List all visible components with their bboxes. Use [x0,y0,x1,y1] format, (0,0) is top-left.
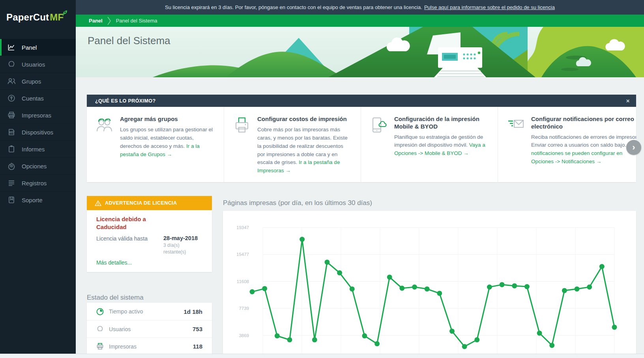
hero-banner: Panel del Sistema [76,27,644,77]
breadcrumb-panel[interactable]: Panel [89,18,103,24]
sidebar-item-label: Panel [22,44,37,51]
whats-next-carousel: Agregar más grupos Los grupos se utiliza… [87,107,636,182]
chart-heading: Páginas impresas (por día, en los último… [223,199,372,207]
logo-name: PaperCut [6,12,49,22]
email-notifications-icon [507,116,531,182]
remaining-label: restante(s) [163,249,186,255]
whats-next-title: ¿QUÉ ES LO PRÓXIMO? [95,98,155,104]
license-valid-row: Licencia válida hasta 28-may-2018 3 día(… [96,235,204,256]
sidebar-item-grupos[interactable]: Grupos [0,73,76,90]
license-details-link[interactable]: Más detalles... [96,259,132,266]
license-days-remaining: 3 día(s) restante(s) [163,242,204,256]
sidebar-item-soporte[interactable]: Soporte [0,191,76,208]
breadcrumb-current: Panel del Sistema [116,18,157,24]
options-icon [7,162,16,170]
papercut-logo: PaperCutMF [6,12,64,23]
users-count-icon [96,325,104,333]
card-body: Cobre más por las impresoras más caras, … [257,126,351,175]
status-row-users: Usuarios 753 [87,320,212,337]
svg-text:11608: 11608 [237,279,249,284]
sidebar-item-label: Impresoras [22,112,51,119]
mobile-byod-icon [370,116,394,182]
sidebar-item-informes[interactable]: Informes [0,140,76,157]
user-icon [7,60,16,69]
print-costs-icon [233,116,257,182]
sidebar-nav: Panel Usuarios Grupos [0,39,76,208]
license-expiry-message: Su licencia expirará en 3 días. Por favo… [165,4,422,10]
status-value: 118 [193,343,202,350]
sidebar-item-registros[interactable]: Registros [0,174,76,191]
whats-next-card-mobile: Configuración de la impresión Mobile & B… [361,107,498,182]
status-label: Impresoras [109,343,193,350]
card-title: Configurar costos de impresión [257,116,351,123]
svg-text:3869: 3869 [239,333,249,338]
whats-next-card-groups: Agregar más grupos Los grupos se utiliza… [87,107,224,182]
license-issue: Licencia debido a Caducidad [96,215,155,231]
sidebar-item-label: Registros [22,180,47,186]
horizontal-scrollbar[interactable] [0,354,644,358]
whats-next-card-costs: Configurar costos de impresión Cobre más… [224,107,361,182]
devices-icon [7,128,16,136]
card-body: Reciba notificaciones de errores de impr… [531,133,636,166]
carousel-next-button[interactable]: › [626,140,641,155]
system-status-heading: Estado del sistema [87,294,144,302]
status-row-printers: Impresoras 118 [87,337,212,354]
uptime-clock-icon [96,308,104,315]
reports-icon [7,145,16,153]
sidebar-item-label: Cuentas [22,95,44,102]
sidebar-item-label: Usuarios [22,61,45,68]
sidebar-item-panel[interactable]: Panel [0,39,76,56]
page-title: Panel del Sistema [88,35,170,47]
sidebar-item-label: Soporte [22,197,43,203]
groups-icon [7,77,16,86]
license-warning-card: ADVERTENCIA DE LICENCIA Licencia debido … [87,196,212,272]
sidebar-item-opciones[interactable]: Opciones [0,157,76,174]
whats-next-header: ¿QUÉ ES LO PRÓXIMO? × [87,95,636,107]
status-value: 1d 18h [183,308,202,315]
whats-next-card-email: Configurar notificaciones por correo ele… [498,107,636,182]
whats-next-panel: ¿QUÉ ES LO PRÓXIMO? × Agre [87,95,636,182]
license-valid-label: Licencia válida hasta [96,235,148,256]
license-warning-body: Licencia debido a Caducidad Licencia vál… [87,210,212,266]
svg-text:15477: 15477 [236,252,249,257]
license-order-link[interactable]: Pulse aquí para informarse sobre el pedi… [424,4,555,10]
card-body-text: Reciba notificaciones de errores de impr… [531,134,636,148]
svg-text:19347: 19347 [236,225,249,230]
pages-printed-chart-card: 19347154771160877393869 [223,211,636,354]
card-title: Agregar más grupos [120,116,214,123]
support-icon [7,196,16,204]
status-row-uptime: Tiempo activo 1d 18h [87,303,212,320]
system-status-card: Tiempo activo 1d 18h Usuarios 753 Impres… [87,303,212,354]
warning-triangle-icon [95,200,101,206]
logo-suffix: MF [50,12,64,22]
printers-count-icon [96,343,104,351]
sidebar: PaperCutMF Panel [0,0,76,358]
license-warning-header: ADVERTENCIA DE LICENCIA [87,196,212,210]
sidebar-item-impresoras[interactable]: Impresoras [0,106,76,123]
sidebar-item-cuentas[interactable]: Cuentas [0,90,76,106]
sidebar-item-label: Opciones [22,163,47,170]
breadcrumb: Panel Panel del Sistema [76,15,644,27]
remaining-days: 3 día(s) [163,242,180,248]
status-value: 753 [193,326,202,332]
license-valid-date: 28-may-2018 [163,235,204,241]
pages-printed-line-chart: 19347154771160877393869 [223,211,636,354]
card-body: Planifique su estrategia de gestión de i… [394,133,488,158]
sidebar-item-dispositivos[interactable]: Dispositivos [0,123,76,140]
add-groups-icon [95,116,120,182]
logs-icon [7,179,16,187]
close-icon[interactable]: × [626,95,630,107]
leaf-icon [62,8,68,19]
license-expiry-banner: Su licencia expirará en 3 días. Por favo… [76,0,644,15]
accounts-icon [7,94,16,103]
printer-icon [7,111,16,119]
card-title: Configurar notificaciones por correo ele… [531,116,636,131]
dashboard-icon [7,43,16,52]
chevron-right-icon [107,16,111,26]
status-label: Tiempo activo [109,308,183,315]
license-warning-title: ADVERTENCIA DE LICENCIA [105,200,177,206]
status-label: Usuarios [109,326,193,332]
papercut-admin-app: Su licencia expirará en 3 días. Por favo… [0,0,644,358]
sidebar-item-label: Informes [22,146,45,153]
sidebar-item-usuarios[interactable]: Usuarios [0,56,76,73]
